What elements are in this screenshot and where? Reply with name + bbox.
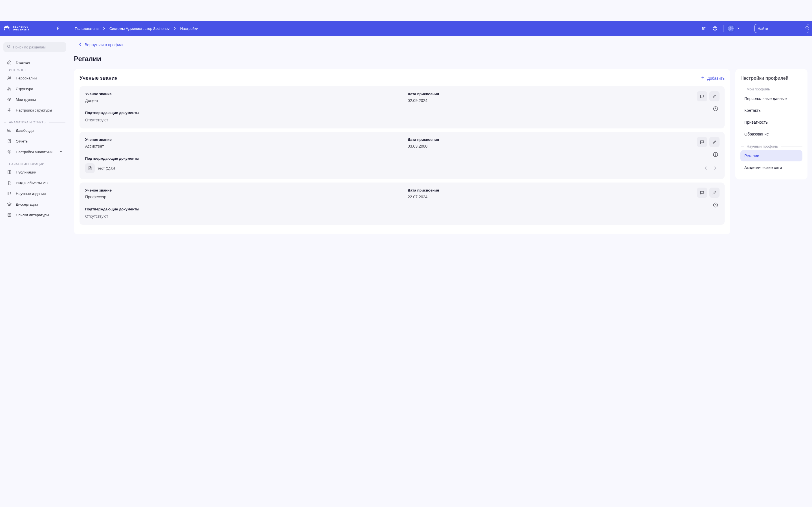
logo-icon [3,24,11,33]
svg-point-32 [8,181,10,183]
groups-icon [7,97,12,102]
gear-icon [7,149,12,154]
sidebar-item-label: Списки литературы [16,213,49,217]
field-label: Ученое звание [85,137,392,142]
chevron-down-icon [59,150,63,154]
sidebar-item-label: Диссертации [16,202,38,207]
chevron-right-icon [173,26,176,31]
sidebar-item-label: Дашборды [16,128,34,133]
logo-text: SECHENOV UNIVERSITY [13,25,30,31]
svg-point-28 [9,110,10,111]
sidebar-item-analytics-settings[interactable]: Настройки аналитики [3,147,66,157]
page-title: Регалии [74,55,392,63]
home-icon [7,60,12,65]
panel-title: Ученые звания [80,75,117,81]
sidebar-item-label: РИД и объекты ИС [16,181,48,185]
chevron-right-icon [103,26,105,31]
sidebar-item-structure-settings[interactable]: Настройки структуры [3,105,66,115]
report-icon [7,138,12,144]
sidebar-item-label: Научные издания [16,191,46,196]
sidebar-item-label: Настройки структуры [16,108,52,112]
breadcrumb: Пользователи Системы Администратор Seche… [75,26,198,31]
back-link[interactable]: Вернуться в профиль [79,42,392,47]
document-name: тест (1).txt [98,166,115,170]
svg-rect-23 [8,89,9,90]
documents-label: Подтверждающие документы [85,156,392,161]
title-card: Ученое звание Профессор Дата присвоения … [80,182,392,225]
svg-rect-34 [9,192,10,195]
documents-label: Подтверждающие документы [85,207,392,211]
sidebar-item-literature-lists[interactable]: Списки литературы [3,210,66,220]
breadcrumb-item[interactable]: Настройки [180,26,198,31]
svg-point-3 [8,26,9,28]
gear-icon [7,108,12,113]
sidebar-item-structure[interactable]: Структура [3,83,66,94]
search-icon [7,45,11,50]
sidebar-item-dashboards[interactable]: Дашборды [3,125,66,136]
breadcrumb-item[interactable]: Пользователи [75,26,99,31]
dashboard-icon [7,128,12,133]
panel-academic-titles: Ученые звания Добавить Ученое звание Доц… [74,69,392,234]
svg-point-20 [8,76,10,78]
file-icon [85,163,95,173]
svg-point-18 [7,45,10,47]
sidebar-item-home[interactable]: Главная [3,57,66,68]
sidebar-item-dissertations[interactable]: Диссертации [3,199,66,210]
sidebar-search-input[interactable] [13,45,63,49]
svg-line-19 [9,47,10,48]
sidebar-item-label: Структура [16,87,33,91]
title-card: Ученое звание Доцент Дата присвоения 02.… [80,86,392,128]
sidebar-section-science: НАУКА И ИННОВАЦИИ [3,162,66,166]
breadcrumb-item[interactable]: Системы Администратор Sechenov [109,26,169,31]
chevron-left-icon [79,42,82,47]
document-chip[interactable]: тест (1).txt [85,163,115,173]
svg-point-25 [8,98,9,99]
pin-icon[interactable] [54,25,61,32]
svg-point-4 [6,27,7,28]
list-icon [7,212,12,217]
structure-icon [7,86,12,91]
svg-point-1 [5,25,7,27]
svg-point-21 [10,76,11,77]
sidebar-section-analytics: АНАЛИТИКА И ОТЧЕТЫ [3,121,66,124]
sidebar-item-scientific-editions[interactable]: Научные издания [3,188,66,199]
title-value: Профессор [85,194,392,199]
field-label: Ученое звание [85,92,392,96]
people-icon [7,75,12,80]
svg-point-0 [4,26,6,28]
logo[interactable]: SECHENOV UNIVERSITY [3,24,30,33]
book-icon [7,170,12,175]
title-value: Доцент [85,98,392,103]
sidebar-item-label: Мои группы [16,98,36,102]
svg-point-2 [7,25,8,27]
sidebar-item-label: Публикации [16,170,36,174]
documents-label: Подтверждающие документы [85,111,392,115]
books-icon [7,191,12,196]
svg-rect-33 [8,192,9,195]
sidebar-item-rid[interactable]: РИД и объекты ИС [3,177,66,188]
sidebar: Главная ИНТРАНЕТ Персоналии Структура Мо… [0,36,69,244]
sidebar-item-label: Отчеты [16,139,29,144]
svg-rect-22 [9,87,10,88]
title-card: Ученое звание Ассистент Дата присвоения … [80,132,392,179]
sidebar-item-my-groups[interactable]: Мои группы [3,94,66,105]
sidebar-item-reports[interactable]: Отчеты [3,136,66,147]
sidebar-item-label: Настройки аналитики [16,150,52,154]
award-icon [7,180,12,185]
svg-point-31 [9,151,10,152]
sidebar-search[interactable] [3,42,66,52]
sidebar-item-label: Главная [16,60,30,64]
documents-empty: Отсутствуют [85,118,392,122]
sidebar-item-label: Персоналии [16,76,37,80]
documents-empty: Отсутствуют [85,214,392,219]
sidebar-item-publications[interactable]: Публикации [3,167,66,177]
svg-point-27 [9,100,10,100]
title-value: Ассистент [85,144,392,149]
svg-point-26 [10,98,11,99]
sidebar-section-intranet: ИНТРАНЕТ [3,68,66,71]
svg-rect-24 [10,89,11,90]
sidebar-item-personnel[interactable]: Персоналии [3,73,66,83]
graduation-icon [7,202,12,207]
field-label: Ученое звание [85,188,392,192]
